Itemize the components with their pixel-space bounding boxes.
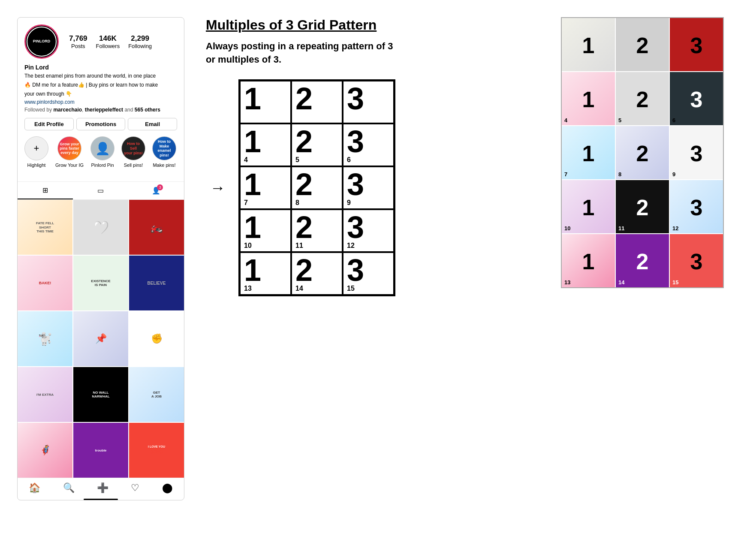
arrow-container: → — [206, 179, 230, 197]
pn-num-11: 2 — [636, 195, 649, 219]
pn-num-13: 1 — [582, 249, 595, 273]
photo-cell-7[interactable]: 🐩 — [18, 311, 72, 366]
pn-sub-8: 8 — [618, 171, 621, 178]
profile-section: PINLORD 7,769 Posts 146K Followers 2,299… — [18, 18, 184, 181]
pn-sub-7: 7 — [564, 171, 567, 178]
num-cell-9: 3 9 — [343, 166, 394, 209]
pn-num-1: 1 — [582, 33, 595, 57]
highlights-row: + Highlight Grow your pins faster every … — [24, 136, 177, 171]
nav-heart[interactable]: ♡ — [131, 482, 139, 494]
pn-sub-5: 5 — [618, 117, 621, 123]
right-section: 1 2 3 1 4 2 5 3 6 1 7 — [561, 17, 724, 500]
profile-link[interactable]: www.pinlordshop.com — [24, 99, 177, 105]
highlight-make[interactable]: How toMakeenamel pins! Make pins! — [152, 136, 176, 168]
avatar: PINLORD — [24, 24, 59, 59]
nav-home[interactable]: 🏠 — [29, 482, 40, 494]
highlight-pinlord[interactable]: 👤 Pinlord Pin — [90, 136, 114, 168]
heart-icon: ♡ — [131, 482, 139, 494]
highlight-add[interactable]: + Highlight — [24, 136, 48, 168]
photo-cell-8[interactable]: 📌 — [73, 311, 128, 366]
pn-cell-10: 1 10 — [562, 180, 615, 233]
photo-cell-9[interactable]: ✊ — [129, 311, 184, 366]
num-cell-3: 3 — [343, 81, 394, 123]
num-sub-11: 11 — [295, 242, 303, 250]
highlight-sell[interactable]: How toSellyour pins! Sell pins! — [121, 136, 145, 168]
nav-profile[interactable]: ⬤ — [162, 482, 173, 494]
nav-search[interactable]: 🔍 — [63, 482, 75, 494]
photo-cell-2[interactable]: 🤍 — [73, 200, 128, 255]
posts-count: 7,769 — [69, 34, 87, 43]
tab-reels[interactable]: ▭ — [73, 182, 128, 199]
main-container: PINLORD 7,769 Posts 146K Followers 2,299… — [9, 9, 732, 509]
highlight-grow-label: Grow Your IG — [55, 163, 84, 168]
pn-cell-2: 2 — [616, 18, 669, 71]
highlight-sell-label: Sell pins! — [124, 163, 143, 168]
num-cell-4: 1 4 — [240, 123, 291, 166]
photo-cell-14[interactable]: trouble — [73, 423, 128, 478]
photo-cell-4[interactable]: BAKE! — [18, 256, 72, 310]
nav-add[interactable]: ➕ — [97, 482, 108, 494]
num-big-7: 1 — [244, 169, 261, 200]
posts-label: Posts — [69, 43, 87, 49]
num-big-13: 1 — [244, 255, 261, 286]
promotions-button[interactable]: Promotions — [76, 118, 126, 130]
pn-sub-10: 10 — [564, 225, 570, 232]
photo-cell-13[interactable]: 🦸 — [18, 423, 72, 478]
num-big-5: 2 — [295, 126, 313, 157]
photo-cell-6[interactable]: BELIEVE — [129, 256, 184, 310]
article-subtitle: Always posting in a repeating pattern of… — [206, 40, 548, 66]
pn-num-4: 1 — [582, 87, 595, 111]
pn-cell-15: 3 15 — [670, 234, 723, 287]
profile-bio-3: your own through 👇 — [24, 90, 177, 98]
photo-cell-5[interactable]: EXISTENCEIS PAIN — [73, 256, 128, 310]
photo-cell-1[interactable]: FATE FELLSHORTTHIS TIME — [18, 200, 72, 255]
num-big-15: 3 — [347, 255, 364, 286]
photo-cell-10[interactable]: I'M EXTRA — [18, 367, 72, 422]
num-cell-13: 1 13 — [240, 252, 291, 295]
num-sub-9: 9 — [347, 199, 351, 207]
avatar-text: PINLORD — [33, 39, 51, 44]
num-sub-15: 15 — [347, 285, 355, 292]
pn-sub-14: 14 — [618, 279, 624, 286]
highlight-add-circle: + — [24, 136, 48, 160]
highlight-pinlord-label: Pinlord Pin — [91, 163, 114, 168]
search-icon: 🔍 — [63, 482, 75, 494]
num-big-6: 3 — [347, 126, 364, 157]
highlight-grow-ig[interactable]: Grow your pins faster every day Grow You… — [55, 136, 84, 168]
num-big-11: 2 — [295, 212, 313, 243]
pn-cell-12: 3 12 — [670, 180, 723, 233]
stat-following: 2,299 Following — [128, 34, 152, 49]
num-big-14: 2 — [295, 255, 313, 286]
following-label: Following — [128, 43, 152, 49]
pn-num-9: 3 — [690, 141, 703, 165]
highlight-sell-circle: How toSellyour pins! — [121, 136, 145, 160]
pn-cell-5: 2 5 — [616, 72, 669, 125]
email-button[interactable]: Email — [128, 118, 177, 130]
photo-cell-12[interactable]: GETA JOB — [129, 367, 184, 422]
photo-cell-15[interactable]: I LOVE YOU3000 — [129, 423, 184, 478]
pn-cell-9: 3 9 — [670, 126, 723, 179]
num-cell-11: 2 11 — [291, 209, 343, 252]
num-cell-12: 3 12 — [343, 209, 394, 252]
tagged-badge: 3 — [157, 184, 163, 190]
pn-sub-4: 4 — [564, 117, 567, 123]
bottom-bar — [84, 499, 118, 500]
tab-tagged[interactable]: 👤 3 — [129, 182, 184, 199]
highlight-grow-circle: Grow your pins faster every day — [57, 136, 81, 160]
photo-cell-11[interactable]: NO WALLNARWHAL — [73, 367, 128, 422]
num-cell-5: 2 5 — [291, 123, 343, 166]
arrow-right-icon: → — [210, 179, 226, 197]
followers-count: 146K — [96, 34, 120, 43]
following-count: 2,299 — [128, 34, 152, 43]
tab-grid[interactable]: ⊞ — [18, 182, 73, 199]
profile-name: Pin Lord — [24, 64, 177, 71]
pn-sub-12: 12 — [672, 225, 678, 232]
pn-sub-15: 15 — [672, 279, 678, 286]
num-big-12: 3 — [347, 212, 364, 243]
phone-container: PINLORD 7,769 Posts 146K Followers 2,299… — [17, 17, 184, 500]
photo-cell-3[interactable]: 🏍️ — [129, 200, 184, 255]
profile-bio-1: The best enamel pins from around the wor… — [24, 72, 177, 80]
pn-num-15: 3 — [690, 249, 703, 273]
edit-profile-button[interactable]: Edit Profile — [24, 118, 74, 130]
pn-cell-7: 1 7 — [562, 126, 615, 179]
